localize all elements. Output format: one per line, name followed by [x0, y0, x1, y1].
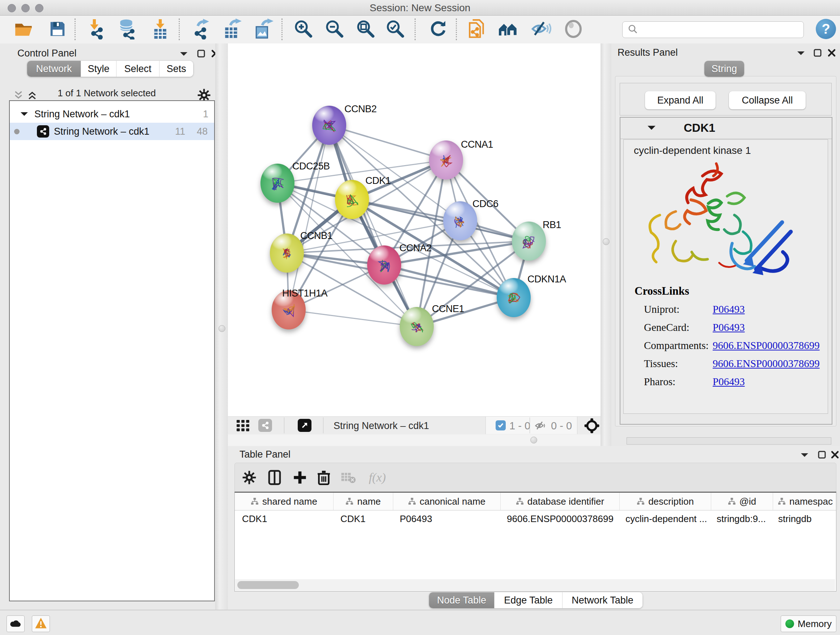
crosslink-link[interactable]: 9606.ENSP00000378699: [713, 340, 820, 352]
collection-expander-icon[interactable]: [20, 111, 28, 119]
section-expander-icon[interactable]: [647, 125, 656, 132]
export-network-button[interactable]: [189, 19, 212, 41]
hidden-eye-slash-icon[interactable]: [534, 420, 546, 432]
gene-section-header[interactable]: CDK1: [621, 118, 832, 139]
cell-name[interactable]: CDK1: [333, 510, 393, 527]
tab-string[interactable]: String: [704, 61, 744, 77]
panel-menu-icon[interactable]: [180, 51, 188, 58]
cell-shared-name[interactable]: CDK1: [235, 510, 333, 527]
network-edge[interactable]: [329, 125, 446, 160]
birdseye-network-icon[interactable]: [258, 419, 272, 432]
warnings-button[interactable]: [32, 616, 50, 632]
column-header[interactable]: shared name: [235, 493, 333, 510]
crosslink-link[interactable]: P06493: [713, 303, 745, 315]
network-node[interactable]: [400, 307, 434, 346]
network-node[interactable]: [367, 245, 401, 285]
help-button[interactable]: ?: [815, 18, 837, 40]
cloud-status-button[interactable]: [6, 616, 25, 632]
cell-namespace[interactable]: stringdb: [771, 510, 835, 527]
float-panel-icon[interactable]: [197, 49, 205, 59]
scrollbar-thumb[interactable]: [237, 581, 299, 589]
open-session-button[interactable]: [12, 19, 35, 41]
show-view-button[interactable]: [562, 19, 584, 41]
network-node[interactable]: [512, 222, 546, 261]
network-node[interactable]: [312, 106, 346, 145]
import-string-network-button[interactable]: [466, 19, 488, 41]
tab-select[interactable]: Select: [116, 61, 159, 77]
cell-canonical-name[interactable]: P06493: [393, 510, 500, 527]
column-header[interactable]: description: [620, 493, 711, 510]
float-panel-icon[interactable]: [818, 450, 826, 461]
network-edge[interactable]: [329, 125, 417, 326]
import-network-database-button[interactable]: [116, 19, 138, 41]
panel-menu-icon[interactable]: [797, 51, 805, 57]
home-networks-button[interactable]: [497, 19, 519, 41]
export-table-button[interactable]: [221, 19, 243, 41]
zoom-out-button[interactable]: [324, 19, 346, 41]
crosslink-link[interactable]: P06493: [713, 321, 745, 333]
crosslink-link[interactable]: P06493: [713, 376, 745, 388]
zoom-fit-icon: [355, 19, 376, 41]
panel-menu-icon[interactable]: [800, 453, 809, 459]
network-node[interactable]: [497, 278, 531, 317]
crosshair-move-icon[interactable]: [584, 418, 600, 435]
cell-id[interactable]: stringdb:9...: [709, 510, 771, 527]
network-node[interactable]: [429, 141, 463, 180]
hide-panels-button[interactable]: [530, 19, 552, 41]
search-input[interactable]: [641, 22, 804, 37]
horizontal-splitter-handle[interactable]: [531, 437, 537, 443]
column-header[interactable]: name: [333, 493, 393, 510]
add-column-icon[interactable]: [291, 469, 309, 486]
detach-view-icon[interactable]: [298, 419, 311, 432]
table-row[interactable]: CDK1 CDK1 P06493 9606.ENSP00000378699 cy…: [235, 510, 836, 527]
collapse-all-button[interactable]: Collapse All: [729, 91, 806, 109]
column-header[interactable]: database identifier: [501, 493, 620, 510]
network-node[interactable]: [443, 201, 477, 241]
right-splitter[interactable]: [600, 43, 611, 446]
network-node[interactable]: [270, 233, 304, 272]
cell-database-identifier[interactable]: 9606.ENSP00000378699: [500, 510, 618, 527]
zoom-fit-button[interactable]: [355, 19, 377, 41]
tab-node-table[interactable]: Node Table: [429, 592, 494, 608]
table-horizontal-scrollbar[interactable]: [235, 579, 835, 591]
network-edge[interactable]: [289, 310, 417, 326]
zoom-in-button[interactable]: [292, 19, 315, 41]
close-panel-icon[interactable]: [831, 450, 839, 461]
results-scrollbar-track[interactable]: [627, 437, 831, 445]
cell-description[interactable]: cyclin-dependent ...: [618, 510, 709, 527]
crosslink-label: Uniprot:: [644, 303, 679, 315]
column-header[interactable]: namespac: [773, 493, 838, 510]
network-row-selected[interactable]: String Network – cdk1 11 48: [10, 123, 214, 140]
tab-sets[interactable]: Sets: [159, 61, 193, 77]
column-header[interactable]: @id: [711, 493, 773, 510]
import-network-file-button[interactable]: [85, 19, 108, 41]
delete-column-icon[interactable]: [315, 469, 332, 486]
grid-view-icon[interactable]: [237, 420, 250, 433]
tab-style[interactable]: Style: [81, 61, 116, 77]
selected-checkbox-icon[interactable]: [496, 420, 506, 431]
left-splitter-handle[interactable]: [218, 325, 225, 332]
show-columns-icon[interactable]: [266, 469, 283, 486]
import-table-button[interactable]: [149, 19, 172, 41]
zoom-selected-button[interactable]: [384, 19, 407, 41]
left-splitter[interactable]: [215, 43, 228, 610]
tab-network-table[interactable]: Network Table: [562, 592, 643, 608]
export-image-button[interactable]: [252, 19, 274, 41]
network-node[interactable]: [335, 180, 369, 219]
network-collection-row[interactable]: String Network – cdk1 1: [10, 105, 214, 123]
horizontal-splitter[interactable]: [228, 434, 600, 446]
expand-all-button[interactable]: Expand All: [645, 91, 715, 109]
float-panel-icon[interactable]: [813, 49, 822, 59]
table-options-gear-icon[interactable]: [240, 469, 258, 486]
crosslink-link[interactable]: 9606.ENSP00000378699: [713, 358, 820, 370]
right-splitter-handle[interactable]: [603, 238, 609, 245]
save-session-button[interactable]: [46, 19, 69, 41]
column-header[interactable]: canonical name: [393, 493, 501, 510]
refresh-view-button[interactable]: [427, 19, 449, 41]
network-node[interactable]: [261, 164, 294, 203]
tab-network[interactable]: Network: [27, 61, 81, 77]
network-canvas[interactable]: CCNB2CCNA1CDC25BCDK1CDC6RB1CCNB1CCNA2CDK…: [228, 43, 600, 416]
tab-edge-table[interactable]: Edge Table: [494, 592, 562, 608]
close-panel-icon[interactable]: [827, 49, 836, 59]
memory-button[interactable]: Memory: [781, 616, 836, 632]
